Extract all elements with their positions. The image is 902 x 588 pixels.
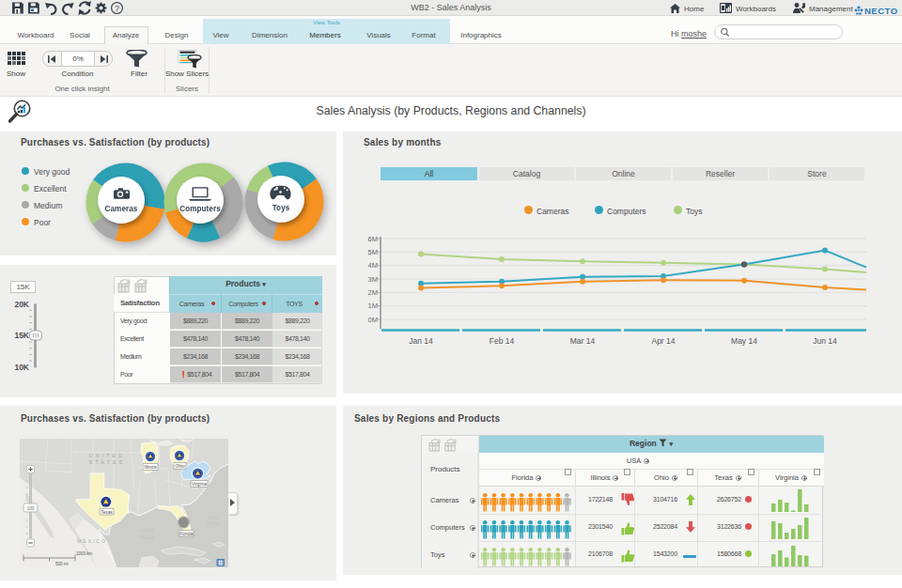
svg-text:Jan 14: Jan 14 xyxy=(409,336,433,346)
svg-text:Feb 14: Feb 14 xyxy=(490,336,515,346)
svg-text:2M: 2M xyxy=(368,288,378,297)
svg-text:15K: 15K xyxy=(14,331,29,340)
svg-text:Mar 14: Mar 14 xyxy=(570,336,596,346)
svg-text:Mexico: Mexico xyxy=(139,534,154,540)
svg-text:North: North xyxy=(208,516,219,520)
svg-text:100: 100 xyxy=(27,506,35,511)
svg-text:Texas: Texas xyxy=(101,510,113,515)
svg-text:Illinois: Illinois xyxy=(144,465,157,470)
svg-text:3M: 3M xyxy=(368,275,378,284)
svg-text:1M: 1M xyxy=(368,302,378,310)
svg-text:Florida: Florida xyxy=(179,532,194,536)
svg-text:Atlantic: Atlantic xyxy=(206,521,221,526)
svg-text:UNITED: UNITED xyxy=(89,453,125,458)
svg-text:4M: 4M xyxy=(368,261,378,270)
svg-text:May 14: May 14 xyxy=(731,336,757,346)
svg-text:Jun 14: Jun 14 xyxy=(813,336,837,346)
svg-text:10K: 10K xyxy=(14,363,29,372)
svg-text:Apr 14: Apr 14 xyxy=(651,336,675,346)
svg-text:5M: 5M xyxy=(368,248,378,256)
svg-text:STATES: STATES xyxy=(89,459,126,465)
svg-text:NECTO: NECTO xyxy=(864,6,898,16)
svg-text:0M: 0M xyxy=(368,316,378,324)
svg-text:1000 km: 1000 km xyxy=(76,551,93,556)
svg-text:Virginia: Virginia xyxy=(192,482,207,487)
svg-text:Gulf of: Gulf of xyxy=(140,528,154,534)
svg-text:Ohio: Ohio xyxy=(175,464,184,469)
svg-text:6M: 6M xyxy=(368,235,378,243)
svg-text:MEXICO: MEXICO xyxy=(77,538,107,544)
svg-text:20K: 20K xyxy=(14,300,29,309)
svg-text:500 mi: 500 mi xyxy=(55,562,69,566)
